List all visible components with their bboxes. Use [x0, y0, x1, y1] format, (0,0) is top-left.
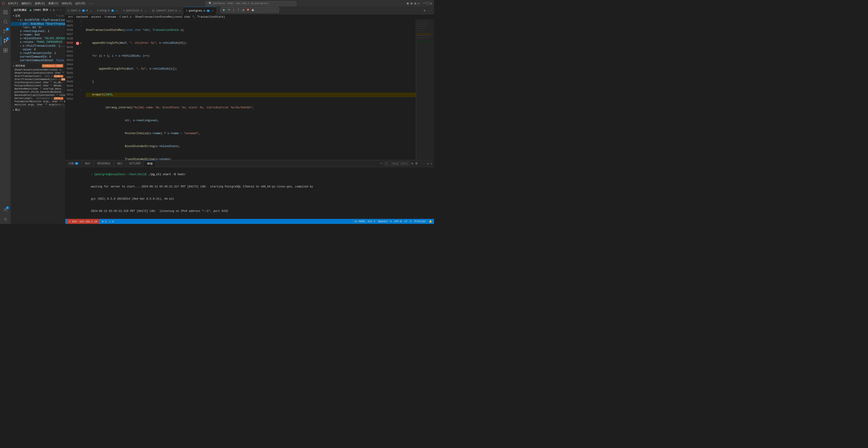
activity-settings[interactable] [1, 215, 10, 224]
split-terminal-icon[interactable]: ⊞ [411, 162, 413, 165]
new-terminal-icon[interactable]: + [380, 162, 382, 165]
debug-step-over-button[interactable]: ↷ [228, 8, 230, 12]
callstack-item-0[interactable]: ShowTransactionStateRec(const char * str… [11, 68, 65, 71]
minimize-button[interactable]: ─ [423, 1, 426, 6]
callstack-item-11[interactable]: main(int argc, char ** argv) main.c 197:… [11, 103, 65, 106]
breakpoints-title[interactable]: ▸ 断点 [11, 107, 65, 112]
status-formatter[interactable]: Prettier [414, 220, 426, 223]
menu-run[interactable]: 运行(R) [74, 1, 87, 6]
var-state[interactable]: s->state: TRANS_INPROGRESS [11, 40, 65, 44]
var-nestinglevel[interactable]: s->nestingLevel: 1 [11, 29, 65, 33]
callstack-item-6[interactable]: BackendMain(char * startup_data, size_t … [11, 87, 65, 90]
tab-close-xact[interactable]: ✕ [90, 9, 92, 12]
trash-terminal-icon[interactable]: 🗑 [415, 162, 418, 165]
activity-search[interactable] [1, 17, 10, 26]
run-debug-button[interactable]: ▶ [30, 8, 32, 12]
callstack-item-9[interactable]: ServerLoop() postmaster.c 1674:1 [11, 97, 65, 100]
watch-section-title[interactable]: ▾ 监视 + ↺ ⊟ [11, 13, 65, 18]
more-terminal-icon[interactable]: ··· [420, 162, 425, 165]
status-encoding[interactable]: UTF-8 [394, 220, 402, 223]
debug-config-arrow[interactable]: ▾ [50, 8, 52, 12]
split-editor-icon[interactable]: ⊞ [424, 9, 426, 12]
code-content[interactable]: ShowTransactionStateRec(const char *str,… [84, 20, 416, 160]
callstack-item-4[interactable]: InitPostgres(const char * in_dbname, Oid… [11, 81, 65, 84]
tab-close-elog[interactable]: ✕ [116, 9, 118, 12]
tab-close-postgres[interactable]: ✕ [212, 9, 214, 12]
status-language[interactable]: C [410, 220, 412, 223]
activity-extensions[interactable] [1, 46, 10, 55]
breadcrumb-src[interactable]: src [68, 15, 73, 19]
maximize-button[interactable]: □ [426, 1, 429, 6]
tab-close-launch[interactable]: ✕ [179, 9, 181, 12]
debug-step-out-button[interactable]: ↑ [238, 8, 240, 12]
layout2-icon[interactable]: ⊟ [410, 2, 412, 5]
collapse-watch-icon[interactable]: ⊟ [62, 14, 63, 17]
sidebar-actions[interactable]: ▶ (gdb) 附加 ▾ ⚙ ··· [30, 8, 62, 12]
breadcrumb-transam[interactable]: transam [104, 15, 116, 19]
status-warnings[interactable]: ⚠ 4 [109, 220, 114, 223]
callstack-item-3[interactable]: StartTransactionCommand() xact.c 3006:1 [11, 78, 65, 81]
activity-accounts[interactable]: 1 [1, 205, 10, 214]
var-fulltxid[interactable]: ▸ s->fullTransactionId: {...} [11, 44, 65, 48]
panel-tab-gitlens[interactable]: GITLENS [126, 160, 144, 167]
tab-elog[interactable]: H elog.h 1 ✕ [94, 7, 121, 14]
breadcrumb-function[interactable]: ShowTransactionStateRec(const char *, Tr… [135, 15, 225, 19]
breadcrumb-file[interactable]: xact.c [122, 15, 132, 19]
debug-stop-button[interactable]: ■ [247, 8, 249, 12]
status-ssh[interactable]: ⚡ SSH: 192.168.1.16 [67, 219, 99, 224]
status-spaces[interactable]: Spaces: 4 [378, 220, 391, 223]
terminal-content[interactable]: ○ [postgres@localhost:~/test/bin]$ ./pg_… [65, 167, 434, 219]
status-bell-icon[interactable]: 🔔 [429, 220, 432, 223]
var-blockstate[interactable]: s->blockState: TBLOCK_DEFAULT [11, 37, 65, 40]
breadcrumb-access[interactable]: access [91, 15, 101, 19]
expand-panel-icon[interactable]: ∧ [427, 162, 429, 165]
debug-disconnect-button[interactable]: ⏏ [252, 8, 254, 12]
callstack-item-8[interactable]: BackendStartup(ClientSocket * client_soc… [11, 94, 65, 97]
debug-config-dropdown[interactable]: (gdb) 附加 [33, 8, 48, 12]
menu-view[interactable]: 查看(V) [47, 1, 60, 6]
more-tabs-icon[interactable]: ··· [427, 9, 432, 12]
status-errors[interactable]: ⊗ 1 [102, 220, 106, 223]
status-position[interactable]: Ln 5650, Col 1 [354, 220, 375, 223]
panel-tab-output[interactable]: 输出 [82, 160, 94, 167]
tab-postinit[interactable]: C postinit.c ✕ [121, 7, 149, 14]
var-str[interactable]: ▸ str: 0xbc68ce "StartTransaction" ⊞ ✕ [11, 22, 65, 26]
panel-tab-terminal[interactable]: 终端 [144, 160, 156, 167]
tab-launch[interactable]: {} launch.json U ✕ [149, 7, 183, 14]
var-s[interactable]: ▾ s: 0x10f1f20 <TopTransactionStateData> [11, 18, 65, 22]
panel-tab-ports[interactable]: 端口 [114, 160, 126, 167]
close-panel-icon[interactable]: ✕ [430, 162, 432, 165]
activity-git[interactable]: 4 [1, 27, 10, 36]
breadcrumb-backend[interactable]: backend [76, 15, 88, 19]
status-eol[interactable]: LF [404, 220, 407, 223]
menu-bar[interactable]: 文件(F) 编辑(E) 选择(S) 查看(V) 转到(G) 运行(R) ... [6, 1, 95, 6]
more-actions-icon[interactable]: ··· [56, 8, 62, 12]
menu-edit[interactable]: 编辑(E) [20, 1, 33, 6]
debug-restart-button[interactable]: ↺ [242, 8, 244, 12]
window-controls[interactable]: ─ □ ✕ [423, 1, 432, 6]
callstack-item-7[interactable]: postmaster_child_launch(BackendType chil… [11, 90, 65, 94]
panel-tab-debug-console[interactable]: 调试控制台 [94, 160, 114, 167]
code-editor[interactable]: 5611 5635 5636 5637 5638 5639 5640 5641 … [65, 20, 416, 160]
activity-debug[interactable]: 1 [1, 36, 10, 45]
debug-step-into-button[interactable]: ↓ [232, 8, 235, 12]
add-watch-icon[interactable]: + [56, 14, 58, 17]
callstack-item-2[interactable]: StartTransaction() xact.c 2168:1 [11, 74, 65, 78]
callstack-section-title[interactable]: ▾ 调用堆栈 breakpoint 已暂停 [11, 63, 65, 68]
search-bar[interactable]: 🔍 postgres [SSH: 192.168.1.16_postgres] [96, 1, 405, 6]
var-value[interactable]: value: 0 [11, 48, 65, 52]
menu-more[interactable]: ... [88, 1, 95, 6]
debug-continue-button[interactable]: ▶ [223, 8, 225, 12]
menu-file[interactable]: 文件(F) [6, 1, 20, 6]
tab-xact[interactable]: C xact.c 2 M ✕ [65, 7, 94, 14]
settings-debug-icon[interactable]: ⚙ [53, 8, 55, 12]
callstack-item-5[interactable]: PostgresMain(const char * dbname, const … [11, 84, 65, 87]
var-str-val[interactable]: *str: 83 'S' [11, 26, 65, 29]
activity-explorer[interactable] [1, 8, 10, 17]
panel-tab-problems[interactable]: 问题 6 [65, 160, 82, 167]
var-cmdid[interactable]: currentCommandId: 0 [11, 55, 65, 59]
var-subtxid[interactable]: s->subTransactionId: 1 [11, 52, 65, 55]
layout4-icon[interactable]: ⋯ [418, 2, 420, 5]
menu-select[interactable]: 选择(S) [33, 1, 46, 6]
close-button[interactable]: ✕ [430, 1, 432, 6]
